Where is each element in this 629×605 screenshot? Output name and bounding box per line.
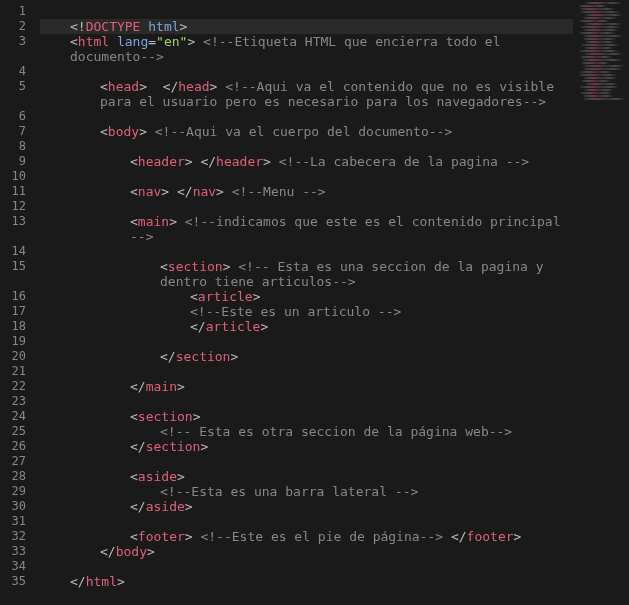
code-line[interactable]: <nav> </nav> <!--Menu --> bbox=[40, 184, 573, 199]
line-number-gutter: 1234567891011121314151617181920212223242… bbox=[0, 0, 32, 605]
line-number: 13 bbox=[4, 214, 26, 244]
code-line[interactable]: </main> bbox=[40, 379, 573, 394]
code-line[interactable] bbox=[40, 4, 573, 19]
code-line[interactable] bbox=[40, 109, 573, 124]
line-number: 22 bbox=[4, 379, 26, 394]
line-number: 5 bbox=[4, 79, 26, 109]
line-number: 26 bbox=[4, 439, 26, 454]
line-number: 16 bbox=[4, 289, 26, 304]
line-number: 19 bbox=[4, 334, 26, 349]
line-number: 31 bbox=[4, 514, 26, 529]
line-number: 14 bbox=[4, 244, 26, 259]
line-number: 2 bbox=[4, 19, 26, 34]
code-area[interactable]: <!DOCTYPE html><html lang="en"> <!--Etiq… bbox=[32, 0, 577, 605]
code-line[interactable]: <!-- Esta es otra seccion de la página w… bbox=[40, 424, 573, 439]
code-editor[interactable]: 1234567891011121314151617181920212223242… bbox=[0, 0, 577, 605]
code-line[interactable]: </html> bbox=[40, 574, 573, 589]
line-number: 11 bbox=[4, 184, 26, 199]
code-line[interactable]: <!--Esta es una barra lateral --> bbox=[40, 484, 573, 499]
code-line[interactable]: <head> </head> <!--Aqui va el contenido … bbox=[40, 79, 573, 109]
line-number: 1 bbox=[4, 4, 26, 19]
code-line[interactable] bbox=[40, 244, 573, 259]
code-line[interactable]: <section> bbox=[40, 409, 573, 424]
code-line[interactable]: <aside> bbox=[40, 469, 573, 484]
code-line[interactable]: <article> bbox=[40, 289, 573, 304]
line-number: 15 bbox=[4, 259, 26, 289]
code-line[interactable]: </aside> bbox=[40, 499, 573, 514]
line-number: 7 bbox=[4, 124, 26, 139]
line-number: 23 bbox=[4, 394, 26, 409]
code-line[interactable]: </section> bbox=[40, 439, 573, 454]
line-number: 28 bbox=[4, 469, 26, 484]
line-number: 17 bbox=[4, 304, 26, 319]
line-number: 27 bbox=[4, 454, 26, 469]
line-number: 12 bbox=[4, 199, 26, 214]
code-line[interactable]: </article> bbox=[40, 319, 573, 334]
line-number: 8 bbox=[4, 139, 26, 154]
code-line[interactable]: </body> bbox=[40, 544, 573, 559]
line-number: 18 bbox=[4, 319, 26, 334]
line-number: 35 bbox=[4, 574, 26, 589]
code-line[interactable]: <!DOCTYPE html> bbox=[40, 19, 573, 34]
code-line[interactable]: <section> <!-- Esta es una seccion de la… bbox=[40, 259, 573, 289]
code-line[interactable] bbox=[40, 559, 573, 574]
code-line[interactable] bbox=[40, 199, 573, 214]
line-number: 6 bbox=[4, 109, 26, 124]
line-number: 32 bbox=[4, 529, 26, 544]
line-number: 9 bbox=[4, 154, 26, 169]
code-line[interactable]: <html lang="en"> <!--Etiqueta HTML que e… bbox=[40, 34, 573, 64]
line-number: 3 bbox=[4, 34, 26, 64]
line-number: 21 bbox=[4, 364, 26, 379]
line-number: 24 bbox=[4, 409, 26, 424]
code-line[interactable]: </section> bbox=[40, 349, 573, 364]
code-line[interactable] bbox=[40, 514, 573, 529]
code-line[interactable]: <!--Este es un articulo --> bbox=[40, 304, 573, 319]
minimap[interactable] bbox=[577, 0, 629, 100]
code-line[interactable] bbox=[40, 139, 573, 154]
line-number: 33 bbox=[4, 544, 26, 559]
line-number: 25 bbox=[4, 424, 26, 439]
line-number: 4 bbox=[4, 64, 26, 79]
line-number: 20 bbox=[4, 349, 26, 364]
line-number: 29 bbox=[4, 484, 26, 499]
code-line[interactable] bbox=[40, 454, 573, 469]
code-line[interactable] bbox=[40, 364, 573, 379]
code-line[interactable] bbox=[40, 169, 573, 184]
code-line[interactable]: <body> <!--Aqui va el cuerpo del documen… bbox=[40, 124, 573, 139]
line-number: 10 bbox=[4, 169, 26, 184]
code-line[interactable]: <footer> <!--Este es el pie de página-->… bbox=[40, 529, 573, 544]
code-line[interactable]: <main> <!--indicamos que este es el cont… bbox=[40, 214, 573, 244]
code-line[interactable] bbox=[40, 334, 573, 349]
line-number: 34 bbox=[4, 559, 26, 574]
line-number: 30 bbox=[4, 499, 26, 514]
code-line[interactable]: <header> </header> <!--La cabecera de la… bbox=[40, 154, 573, 169]
code-line[interactable] bbox=[40, 394, 573, 409]
code-line[interactable] bbox=[40, 64, 573, 79]
